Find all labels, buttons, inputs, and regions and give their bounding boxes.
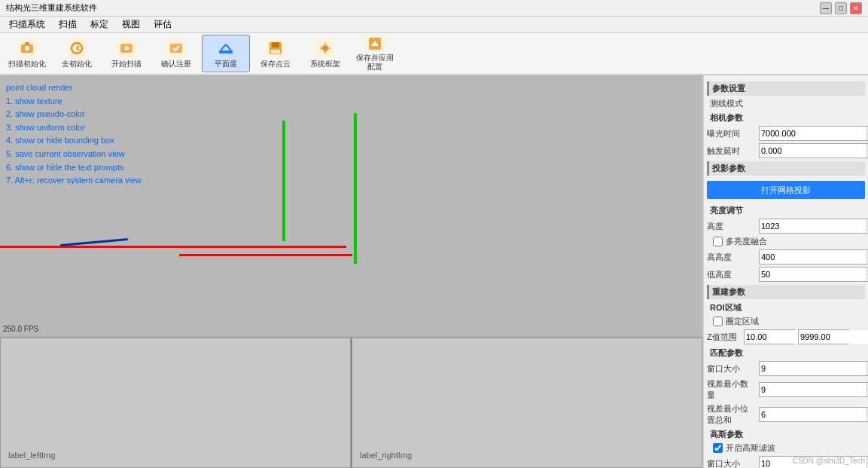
trigger-input[interactable] [760,144,866,158]
right-params-panel: 参数设置 测线模式 相机参数 曝光时间 ▲ ▼ us 触发延时 [702,75,868,468]
menu-evaluate[interactable]: 评估 [148,17,178,32]
watermark: CSDN @slm3D_Tech [793,457,865,465]
toolbar-plane-degree[interactable]: 平面度 [202,35,250,72]
min-matches-label: 视差最小数量 [707,378,756,401]
pc-render-info: point cloud render 1. show texture 2. sh… [6,81,142,188]
left-panel-label: label_leftImg [8,451,55,460]
z-min-spinbox[interactable]: ▲ ▼ [744,329,795,344]
brightness-header: 亮度调节 [710,205,865,216]
roi-header: ROI区域 [710,302,865,314]
fps-label: 250.0 FPS [3,325,38,333]
toolbar-start-scan[interactable]: 开始扫描 [102,35,151,72]
brightness-input[interactable] [760,219,866,233]
max-height-row: 高高度 ▲ ▼ [707,249,865,265]
multi-exposure-check[interactable] [713,237,723,246]
window-size-input[interactable] [760,362,866,375]
toolbar: 扫描初始化 去初始化 开始扫描 确认注册 平面度 保存点云 系统框架 [0,33,868,75]
trigger-label: 触发延时 [707,145,756,157]
open-fringe-btn[interactable]: 打开网格投影 [707,181,865,199]
line-red-bottom [179,254,352,256]
toolbar-save-apply-config[interactable]: 保存并应用配置 [351,35,399,72]
window-size-label: 窗口大小 [707,363,756,375]
min-variance-label: 视差最小位置总和 [707,403,756,426]
app-title: 结构光三维重建系统软件 [6,2,97,14]
window-size-spinbox[interactable]: ▲ ▼ [759,361,868,376]
right-panel-label: label_rightImg [360,451,412,460]
gaussian-header: 高斯参数 [710,429,865,440]
min-height-spinbox[interactable]: ▲ ▼ [759,267,868,282]
z-range-label: Z值范围 [707,332,741,343]
brightness-label: 高度 [707,221,756,232]
toolbar-confirm-register[interactable]: 确认注册 [152,35,200,72]
enable-gaussian-label: 开启高斯滤波 [726,442,775,454]
mode-label: 测线模式 [710,98,865,109]
trigger-delay-row: 触发延时 ▲ ▼ us [707,143,865,158]
line-green-v2 [354,113,357,264]
params-title: 参数设置 [707,81,865,96]
main-layout: point cloud render 1. show texture 2. sh… [0,75,868,468]
exposure-input[interactable] [760,127,866,140]
min-variance-spinbox[interactable]: ▲ ▼ [759,407,868,422]
svg-point-13 [322,45,328,51]
right-panel-img: label_rightImg [351,338,702,468]
toolbar-go-init[interactable]: 去初始化 [53,35,101,72]
min-variance-input[interactable] [760,408,866,421]
menu-bar: 扫描系统 扫描 标定 视图 评估 [0,17,868,33]
minimize-button[interactable]: — [820,2,832,14]
min-height-row: 低高度 ▲ ▼ [707,267,865,282]
min-height-label: 低高度 [707,269,756,280]
maximize-button[interactable]: □ [835,2,847,14]
matching-header: 匹配参数 [710,347,865,359]
enable-gaussian-check[interactable] [713,443,723,453]
svg-line-9 [226,44,231,50]
toolbar-scan-init[interactable]: 扫描初始化 [3,35,51,72]
toolbar-save-points[interactable]: 保存点云 [251,35,300,72]
viewport-3d[interactable]: point cloud render 1. show texture 2. sh… [0,75,702,336]
close-button[interactable]: ✕ [850,2,862,14]
left-panel: label_leftImg [0,338,351,468]
svg-point-1 [25,46,29,50]
trigger-spinbox[interactable]: ▲ ▼ [759,143,868,158]
multi-exposure-row: 多亮度融合 [713,236,865,247]
line-green-v1 [282,121,285,241]
menu-view[interactable]: 视图 [116,17,146,32]
svg-line-8 [221,44,226,50]
select-area-label: 圈定区域 [726,316,759,327]
z-max-spinbox[interactable]: ▲ ▼ [798,329,849,344]
z-max-input[interactable] [799,330,868,344]
exposure-time-row: 曝光时间 ▲ ▼ us [707,126,865,141]
svg-rect-12 [271,50,280,54]
enable-gaussian-row: 开启高斯滤波 [713,442,865,454]
save-points-icon [265,38,286,58]
menu-scan-system[interactable]: 扫描系统 [3,17,51,32]
select-area-check[interactable] [713,317,723,326]
plane-degree-icon [215,38,236,58]
confirm-register-icon [166,38,187,58]
projection-header: 投影参数 [707,161,865,176]
max-height-spinbox[interactable]: ▲ ▼ [759,249,868,265]
title-bar: 结构光三维重建系统软件 — □ ✕ [0,0,868,17]
line-red-top [0,246,346,248]
viewport-area: point cloud render 1. show texture 2. sh… [0,75,702,468]
reconstruction-header: 重建参数 [707,285,865,299]
camera-params-header: 相机参数 [710,112,865,124]
toolbar-system-settings[interactable]: 系统框架 [301,35,349,72]
exposure-label: 曝光时间 [707,128,756,139]
svg-rect-6 [170,44,182,53]
start-scan-icon [116,38,137,58]
brightness-spinbox[interactable]: ▲ ▼ [759,219,868,234]
system-settings-icon [315,38,336,58]
window-controls: — □ ✕ [820,2,862,14]
max-height-input[interactable] [760,250,866,264]
max-height-label: 高高度 [707,252,756,263]
menu-scan[interactable]: 扫描 [53,17,83,32]
z-range-row: Z值范围 ▲ ▼ ▲ ▼ [707,329,865,344]
menu-calibrate[interactable]: 标定 [84,17,114,32]
min-matches-input[interactable] [760,383,866,396]
min-height-input[interactable] [760,268,866,281]
min-matches-spinbox[interactable]: ▲ ▼ [759,382,868,397]
exposure-spinbox[interactable]: ▲ ▼ [759,126,868,141]
brightness-row: 高度 ▲ ▼ [707,219,865,234]
svg-rect-11 [272,42,279,47]
go-init-icon [66,38,87,58]
